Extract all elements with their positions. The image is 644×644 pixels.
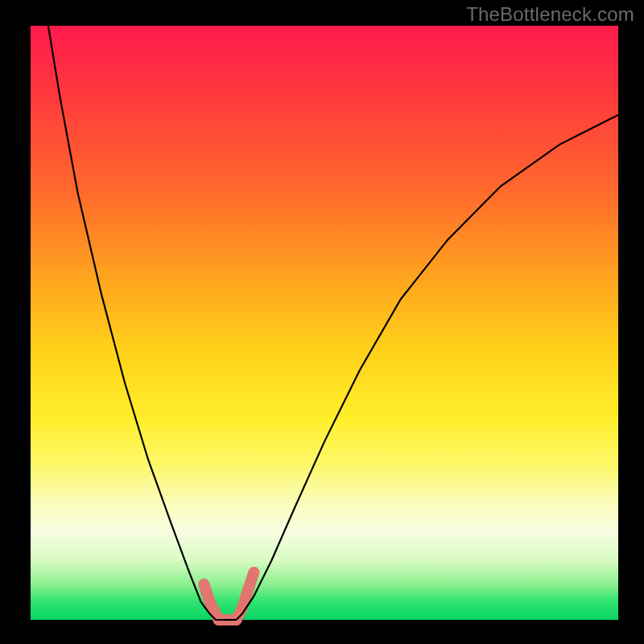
highlight-group <box>204 572 254 620</box>
curve-left <box>48 26 221 620</box>
plot-area <box>31 26 618 620</box>
curve-right <box>237 115 619 620</box>
curves-svg <box>31 26 618 620</box>
highlight-right <box>237 572 254 620</box>
curve-group <box>48 26 618 620</box>
watermark-text: TheBottleneck.com <box>466 3 634 26</box>
chart-frame: TheBottleneck.com <box>0 0 644 644</box>
